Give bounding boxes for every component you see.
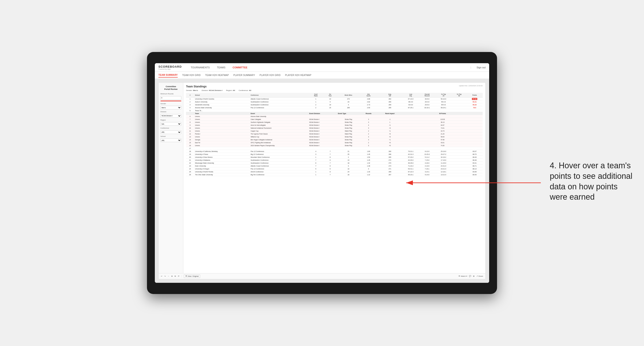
bnds-wins-cell: 18 xyxy=(337,162,360,165)
points-cell[interactable]: 88.49 xyxy=(466,156,483,159)
tab-team-h2h-grid[interactable]: TEAM H2H GRID xyxy=(182,73,200,77)
rank-cell: 26 xyxy=(186,173,194,176)
no-tour-cell: 6 xyxy=(323,159,337,162)
conference-filter-display: Conference: All xyxy=(239,89,251,91)
exp-num: 8 xyxy=(186,121,194,124)
col-low-adj: LowAdj. xyxy=(402,93,419,97)
comment-button[interactable]: 💬 xyxy=(469,275,471,277)
share-button[interactable]: ↗ Share xyxy=(476,275,483,277)
points-cell[interactable]: 83.07 xyxy=(466,150,483,153)
conference-cell: Southeastern Conference xyxy=(250,103,308,106)
points-cell[interactable]: 88.71 xyxy=(466,165,483,168)
points-cell[interactable]: 88.14 xyxy=(466,168,483,170)
view-original-button[interactable]: 👁 View: Original xyxy=(184,275,200,278)
points-cell[interactable]: 83.41 xyxy=(466,162,483,165)
vs-top25-cell: 55-4-0 xyxy=(435,100,452,103)
exp-type: Stroke Play xyxy=(337,121,360,124)
points-cell[interactable]: 78.5 xyxy=(466,106,483,109)
exp-event: OFCC Fighting Illini Invitational xyxy=(250,141,308,144)
exp-num: 10 xyxy=(186,127,194,130)
conference-cell: Southeastern Conference xyxy=(250,162,308,165)
overall-record-cell: 5-11-2 xyxy=(419,156,435,159)
points-cell[interactable] xyxy=(466,109,483,112)
overall-record-cell: 29-5-0 xyxy=(419,103,435,106)
vs-top25-cell: 17-19-0 xyxy=(435,159,452,162)
sub-col-num xyxy=(186,112,194,115)
conference-cell: Atlantic Coast Conference xyxy=(250,165,308,168)
conference-cell: Pac-12 Conference xyxy=(250,150,308,153)
adj-score-cell: 1.45 xyxy=(360,153,377,156)
table-row: 17 xyxy=(186,147,483,150)
filter-min-rounds-input[interactable] xyxy=(160,96,181,100)
filter-gender-select[interactable]: Men's xyxy=(160,106,181,109)
bnds-wins-cell: 272 xyxy=(337,97,360,100)
exp-w-points: 84.97 xyxy=(402,124,483,127)
time-button[interactable]: ⏱ xyxy=(178,275,180,277)
school-cell: University of North Carolina xyxy=(194,97,250,100)
bottom-toolbar: ↩ ↪ ← ⊕ ⧉ ⏱ | 👁 View: Original xyxy=(159,273,485,279)
overall-record-cell: 33-9-0 xyxy=(419,97,435,100)
filter-division-select[interactable]: NCAA Division I xyxy=(160,114,181,118)
copy-button[interactable]: ⧉ xyxy=(174,275,176,277)
filter-school-select[interactable]: (All) xyxy=(160,139,181,142)
low-adj-cell: 57-23-2 xyxy=(402,156,419,159)
tab-player-h2h-heatmap[interactable]: PLAYER H2H HEATMAP xyxy=(285,73,311,77)
exp-type: Stroke Play xyxy=(337,127,360,130)
conference-cell: Southeastern Conference xyxy=(250,100,308,103)
sign-out-button[interactable]: Sign out xyxy=(476,66,486,69)
bnds-wins-cell: 25 xyxy=(337,153,360,156)
grid-button[interactable]: ⊞ xyxy=(473,275,474,277)
exp-rounds: 3 xyxy=(360,124,377,127)
filter-region-select[interactable]: N/A xyxy=(160,122,181,126)
rank-cell: 21 xyxy=(186,159,194,162)
points-cell[interactable]: 97.02 xyxy=(466,97,483,100)
exp-num: 6 xyxy=(186,115,194,118)
nav-committee[interactable]: COMMITTEE xyxy=(232,66,248,69)
nav-teams[interactable]: TEAMS xyxy=(216,66,226,69)
tab-player-summary[interactable]: PLAYER SUMMARY xyxy=(233,73,255,77)
points-cell[interactable]: 88.70 xyxy=(466,153,483,156)
points-cell[interactable]: 93.31 xyxy=(466,100,483,103)
col-no-tour: NoTour xyxy=(323,93,337,97)
low-adj-cell xyxy=(402,109,419,112)
points-cell[interactable]: 88.48 xyxy=(466,159,483,162)
nav-tournaments[interactable]: TOURNAMENTS xyxy=(190,66,211,69)
undo-button[interactable]: ↩ xyxy=(161,275,162,277)
vs-top25-cell xyxy=(435,109,452,112)
points-cell[interactable]: 83.89 xyxy=(466,170,483,173)
exp-type: Stroke Play xyxy=(337,138,360,141)
points-cell[interactable]: 90.20 xyxy=(466,103,483,106)
exp-event: Ben Hogan Collegiate Invitational xyxy=(250,138,308,141)
exp-team: East Tei xyxy=(194,141,250,144)
col-conference: Conference xyxy=(250,93,308,97)
exp-rounds: 2 xyxy=(360,133,377,135)
tab-team-h2h-heatmap[interactable]: TEAM H2H HEATMAP xyxy=(205,73,229,77)
bnds-wins-cell: 0 xyxy=(337,165,360,168)
filter-min-rounds-slider[interactable] xyxy=(160,101,181,101)
rank-cell: 2 xyxy=(186,100,194,103)
back-button[interactable]: ← xyxy=(168,275,170,277)
vs-top50-cell xyxy=(452,106,466,109)
exp-num: 11 xyxy=(186,130,194,133)
tab-team-summary[interactable]: TEAM SUMMARY xyxy=(158,73,178,78)
vs-top50-cell xyxy=(452,156,466,159)
points-cell[interactable] xyxy=(466,147,483,150)
tab-player-h2h-grid[interactable]: PLAYER H2H GRID xyxy=(260,73,281,77)
bnds-wins-cell: 18 xyxy=(337,173,360,176)
exp-type: Stroke Play xyxy=(337,118,360,121)
avg-sg-cell: 265 xyxy=(377,106,402,109)
table-row: 4 Arizona State University Pac-12 Confer… xyxy=(186,106,483,109)
exp-team: Univers xyxy=(194,130,250,133)
logo: SCOREBOARD Powered by clippi xyxy=(158,65,182,70)
filter-conference-select[interactable]: (All) xyxy=(160,130,181,134)
redo-button[interactable]: ↪ xyxy=(164,275,166,277)
school-cell: University of Alabama xyxy=(194,159,250,162)
exp-team: Univers xyxy=(194,127,250,130)
watch-button[interactable]: 👁 Watch ▾ xyxy=(458,275,467,277)
filter-display-row: Gender: Men's Division: NCAA Division I … xyxy=(186,89,483,91)
exp-event: Williams Cup xyxy=(250,135,308,138)
exp-event: Amer An Intercollegiate xyxy=(250,124,308,127)
overall-record-cell: 4-13-0 xyxy=(419,165,435,168)
exp-type: Match Play xyxy=(337,130,360,133)
forward-button[interactable]: ⊕ xyxy=(171,275,173,277)
